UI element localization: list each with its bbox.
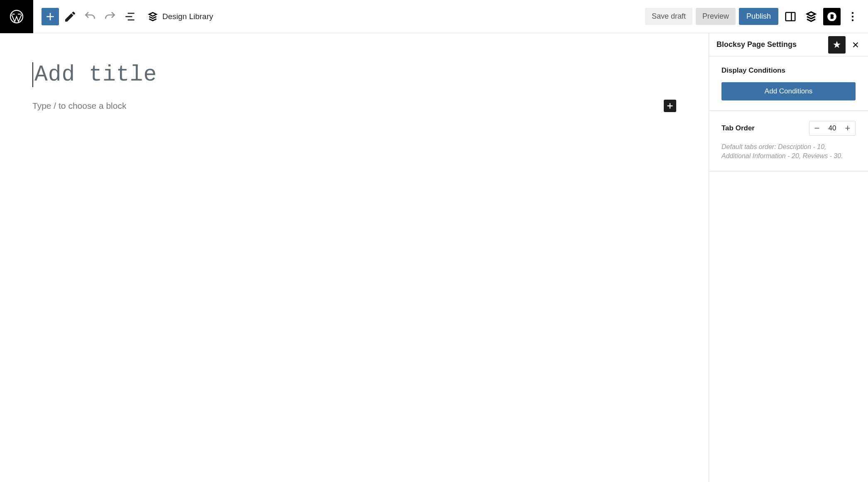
stepper-increment[interactable]: + [840, 121, 855, 135]
tools-button[interactable] [61, 8, 79, 25]
sidebar-header-actions [828, 36, 863, 54]
top-toolbar: Design Library Save draft Preview Publis… [0, 0, 868, 33]
editor-canvas: Type / to choose a block [0, 33, 709, 482]
toggle-block-inserter[interactable] [42, 8, 59, 25]
pin-plugin-button[interactable] [828, 36, 846, 54]
add-conditions-button[interactable]: Add Conditions [721, 82, 856, 100]
tab-order-row: Tab Order − 40 + [721, 121, 856, 136]
redo-button[interactable] [101, 8, 119, 25]
document-overview-button[interactable] [121, 8, 139, 25]
main-content: Type / to choose a block Blocksy Page Se… [0, 33, 868, 482]
block-placeholder-text[interactable]: Type / to choose a block [32, 101, 126, 111]
save-draft-button[interactable]: Save draft [645, 8, 692, 25]
svg-point-5 [852, 19, 854, 21]
design-library-button[interactable]: Design Library [147, 11, 213, 22]
blocksy-settings-button[interactable] [823, 8, 841, 25]
stackable-icon [147, 11, 158, 22]
preview-button[interactable]: Preview [696, 8, 736, 25]
display-conditions-section: Display Conditions Add Conditions [709, 56, 868, 111]
svg-rect-1 [786, 12, 795, 21]
toolbar-right: Save draft Preview Publish [645, 8, 868, 25]
design-library-label: Design Library [162, 12, 213, 21]
toolbar-left: Design Library [33, 8, 213, 25]
stepper-decrement[interactable]: − [809, 121, 824, 135]
options-menu-button[interactable] [844, 8, 861, 25]
post-title-input[interactable] [32, 62, 676, 87]
tab-order-label: Tab Order [721, 124, 755, 132]
sidebar-title: Blocksy Page Settings [716, 40, 797, 49]
tab-order-value[interactable]: 40 [824, 124, 840, 132]
settings-sidebar-toggle[interactable] [782, 8, 799, 25]
close-sidebar-button[interactable] [848, 37, 863, 52]
tab-order-section: Tab Order − 40 + Default tabs order: Des… [709, 111, 868, 171]
display-conditions-label: Display Conditions [721, 66, 856, 75]
sidebar-header: Blocksy Page Settings [709, 33, 868, 56]
svg-point-4 [852, 15, 854, 17]
tab-order-stepper: − 40 + [809, 121, 856, 136]
tab-order-help-text: Default tabs order: Description - 10, Ad… [721, 142, 856, 161]
stackable-settings-button[interactable] [802, 8, 820, 25]
svg-point-3 [852, 12, 854, 14]
publish-button[interactable]: Publish [739, 8, 778, 25]
add-block-button[interactable] [664, 100, 676, 112]
wordpress-logo[interactable] [0, 0, 33, 33]
content-block-row: Type / to choose a block [32, 100, 676, 112]
undo-button[interactable] [81, 8, 99, 25]
settings-sidebar: Blocksy Page Settings Display Conditions… [709, 33, 868, 482]
